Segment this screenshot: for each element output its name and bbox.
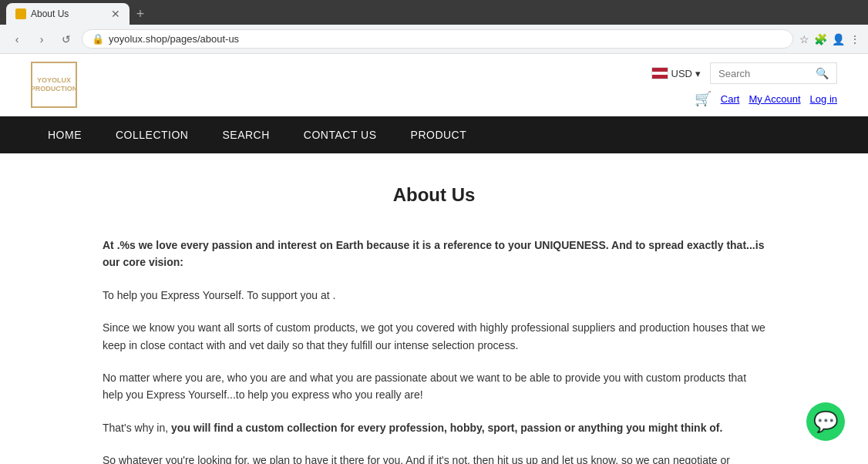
header-actions: 🛒 Cart My Account Log in <box>695 90 837 107</box>
address-bar[interactable]: 🔒 yoyolux.shop/pages/about-us <box>82 29 793 49</box>
tab-title: About Us <box>31 8 69 19</box>
tab-close-button[interactable]: ✕ <box>111 8 120 20</box>
active-tab[interactable]: About Us ✕ <box>6 3 130 25</box>
search-bar: 🔍 <box>710 62 837 84</box>
secure-icon: 🔒 <box>92 33 104 45</box>
logo-text: YOYOLUX PRODUCTION <box>31 76 78 93</box>
currency-selector[interactable]: USD ▾ <box>651 67 701 79</box>
site-header: YOYOLUX PRODUCTION USD ▾ 🔍 🛒 Cart My Acc… <box>0 54 868 116</box>
nav-item-product: PRODUCT <box>394 116 484 153</box>
nav-item-collection: COLLECTION <box>99 116 205 153</box>
extensions-icon[interactable]: 🧩 <box>814 33 827 45</box>
bookmark-icon[interactable]: ☆ <box>799 33 809 45</box>
currency-dropdown-icon: ▾ <box>695 68 701 79</box>
menu-icon[interactable]: ⋮ <box>849 33 860 45</box>
address-bar-row: ‹ › ↺ 🔒 yoyolux.shop/pages/about-us ☆ 🧩 … <box>0 25 868 54</box>
whatsapp-button[interactable]: 💬 <box>806 402 845 441</box>
nav-link-contact[interactable]: CONTACT US <box>287 116 394 153</box>
cart-icon: 🛒 <box>695 90 712 107</box>
nav-item-search: SEARCH <box>205 116 286 153</box>
tab-favicon <box>15 8 26 19</box>
nav-link-product[interactable]: PRODUCT <box>394 116 484 153</box>
forward-button[interactable]: › <box>32 30 51 49</box>
about-paragraph-4: No matter where you are, who you are and… <box>103 369 765 404</box>
whatsapp-icon: 💬 <box>813 410 838 434</box>
profile-icon[interactable]: 👤 <box>832 33 845 45</box>
search-input[interactable] <box>718 68 811 79</box>
about-paragraph-2: To help you Express Yourself. To support… <box>103 287 765 304</box>
about-paragraph-6: So whatever you're looking for, we plan … <box>103 452 765 464</box>
currency-label: USD <box>671 68 692 79</box>
reload-button[interactable]: ↺ <box>57 30 76 49</box>
nav-item-contact: CONTACT US <box>287 116 394 153</box>
main-nav: HOME COLLECTION SEARCH CONTACT US PRODUC… <box>0 116 868 153</box>
nav-list: HOME COLLECTION SEARCH CONTACT US PRODUC… <box>31 116 837 153</box>
about-paragraph-3: Since we know you want all sorts of cust… <box>103 319 765 354</box>
us-flag-icon <box>651 67 668 79</box>
browser-toolbar: ☆ 🧩 👤 ⋮ <box>799 33 860 45</box>
header-right: USD ▾ 🔍 🛒 Cart My Account Log in <box>651 62 837 107</box>
url-text: yoyolux.shop/pages/about-us <box>109 33 783 45</box>
tab-bar: About Us ✕ + <box>0 0 868 25</box>
nav-link-home[interactable]: HOME <box>31 116 99 153</box>
nav-link-search[interactable]: SEARCH <box>205 116 286 153</box>
cart-link[interactable]: Cart <box>721 93 740 105</box>
page-title: About Us <box>103 184 765 206</box>
back-button[interactable]: ‹ <box>8 30 26 49</box>
header-top-right: USD ▾ 🔍 <box>651 62 837 84</box>
new-tab-button[interactable]: + <box>130 3 151 25</box>
about-paragraph-5: That's why in, you will find a custom co… <box>103 419 765 436</box>
login-link[interactable]: Log in <box>810 93 837 105</box>
my-account-link[interactable]: My Account <box>749 93 800 105</box>
search-icon[interactable]: 🔍 <box>816 67 829 79</box>
nav-link-collection[interactable]: COLLECTION <box>99 116 205 153</box>
about-paragraph-1: At .%s we love every passion and interes… <box>103 237 765 271</box>
main-content: About Us At .%s we love every passion an… <box>87 153 781 464</box>
site-logo[interactable]: YOYOLUX PRODUCTION <box>31 62 77 108</box>
nav-item-home: HOME <box>31 116 99 153</box>
